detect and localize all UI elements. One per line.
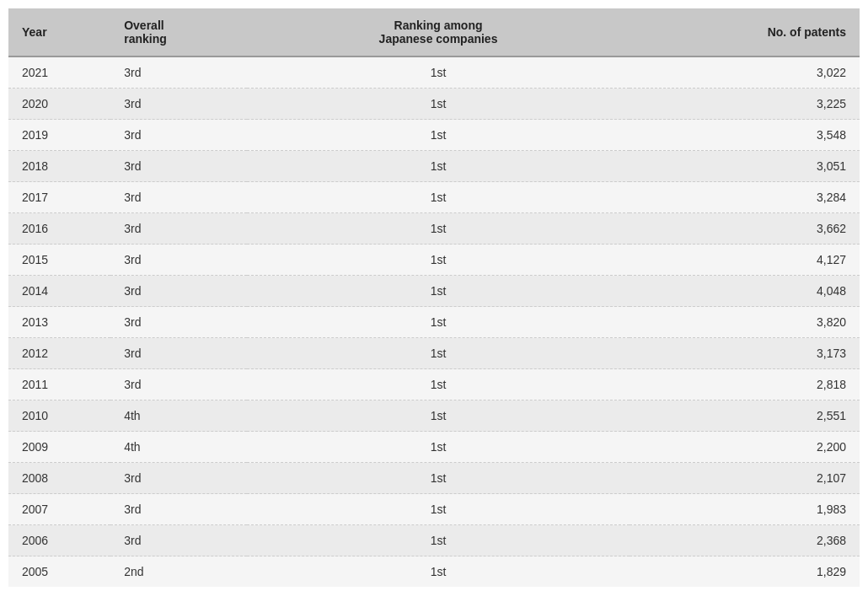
cell-ranking: 1st	[247, 151, 630, 182]
cell-overall: 2nd	[110, 556, 247, 588]
cell-ranking: 1st	[247, 56, 630, 89]
table-row: 20052nd1st1,829	[8, 556, 860, 588]
cell-year: 2005	[8, 556, 110, 588]
cell-ranking: 1st	[247, 276, 630, 307]
cell-overall: 3rd	[110, 213, 247, 245]
cell-ranking: 1st	[247, 525, 630, 556]
cell-overall: 3rd	[110, 338, 247, 369]
cell-ranking: 1st	[247, 120, 630, 151]
cell-overall: 3rd	[110, 56, 247, 89]
patent-table-container: Year Overallranking Ranking amongJapanes…	[8, 8, 860, 587]
table-row: 20073rd1st1,983	[8, 494, 860, 525]
cell-overall: 3rd	[110, 494, 247, 525]
cell-year: 2007	[8, 494, 110, 525]
cell-patents: 3,820	[630, 307, 860, 338]
cell-year: 2011	[8, 369, 110, 400]
cell-ranking: 1st	[247, 307, 630, 338]
cell-patents: 3,548	[630, 120, 860, 151]
cell-year: 2009	[8, 432, 110, 463]
table-row: 20094th1st2,200	[8, 432, 860, 463]
table-row: 20063rd1st2,368	[8, 525, 860, 556]
cell-ranking: 1st	[247, 182, 630, 213]
cell-patents: 2,107	[630, 463, 860, 494]
cell-year: 2016	[8, 213, 110, 245]
cell-overall: 3rd	[110, 276, 247, 307]
cell-overall: 4th	[110, 400, 247, 432]
cell-overall: 4th	[110, 432, 247, 463]
cell-year: 2015	[8, 245, 110, 276]
cell-year: 2012	[8, 338, 110, 369]
cell-patents: 2,200	[630, 432, 860, 463]
cell-year: 2008	[8, 463, 110, 494]
cell-patents: 2,551	[630, 400, 860, 432]
cell-year: 2013	[8, 307, 110, 338]
table-row: 20183rd1st3,051	[8, 151, 860, 182]
table-row: 20133rd1st3,820	[8, 307, 860, 338]
cell-ranking: 1st	[247, 213, 630, 245]
table-row: 20213rd1st3,022	[8, 56, 860, 89]
cell-overall: 3rd	[110, 89, 247, 120]
cell-ranking: 1st	[247, 89, 630, 120]
cell-ranking: 1st	[247, 338, 630, 369]
cell-overall: 3rd	[110, 463, 247, 494]
cell-overall: 3rd	[110, 182, 247, 213]
header-ranking: Ranking amongJapanese companies	[247, 8, 630, 56]
cell-patents: 3,022	[630, 56, 860, 89]
cell-ranking: 1st	[247, 369, 630, 400]
cell-overall: 3rd	[110, 151, 247, 182]
table-header-row: Year Overallranking Ranking amongJapanes…	[8, 8, 860, 56]
cell-ranking: 1st	[247, 494, 630, 525]
cell-patents: 1,829	[630, 556, 860, 588]
cell-year: 2021	[8, 56, 110, 89]
cell-patents: 3,173	[630, 338, 860, 369]
cell-patents: 3,051	[630, 151, 860, 182]
cell-patents: 4,048	[630, 276, 860, 307]
table-row: 20153rd1st4,127	[8, 245, 860, 276]
header-year: Year	[8, 8, 110, 56]
cell-overall: 3rd	[110, 307, 247, 338]
cell-year: 2018	[8, 151, 110, 182]
cell-patents: 4,127	[630, 245, 860, 276]
table-row: 20193rd1st3,548	[8, 120, 860, 151]
cell-year: 2019	[8, 120, 110, 151]
patent-table: Year Overallranking Ranking amongJapanes…	[8, 8, 860, 587]
cell-patents: 2,368	[630, 525, 860, 556]
cell-patents: 3,225	[630, 89, 860, 120]
cell-year: 2017	[8, 182, 110, 213]
cell-ranking: 1st	[247, 463, 630, 494]
cell-year: 2014	[8, 276, 110, 307]
cell-patents: 3,284	[630, 182, 860, 213]
cell-patents: 1,983	[630, 494, 860, 525]
cell-overall: 3rd	[110, 369, 247, 400]
cell-patents: 2,818	[630, 369, 860, 400]
header-overall: Overallranking	[110, 8, 247, 56]
table-row: 20104th1st2,551	[8, 400, 860, 432]
cell-year: 2020	[8, 89, 110, 120]
cell-ranking: 1st	[247, 556, 630, 588]
cell-overall: 3rd	[110, 120, 247, 151]
table-row: 20173rd1st3,284	[8, 182, 860, 213]
table-row: 20113rd1st2,818	[8, 369, 860, 400]
cell-overall: 3rd	[110, 525, 247, 556]
table-row: 20123rd1st3,173	[8, 338, 860, 369]
table-row: 20203rd1st3,225	[8, 89, 860, 120]
cell-overall: 3rd	[110, 245, 247, 276]
table-row: 20083rd1st2,107	[8, 463, 860, 494]
cell-patents: 3,662	[630, 213, 860, 245]
cell-year: 2010	[8, 400, 110, 432]
table-row: 20143rd1st4,048	[8, 276, 860, 307]
header-patents: No. of patents	[630, 8, 860, 56]
table-row: 20163rd1st3,662	[8, 213, 860, 245]
cell-year: 2006	[8, 525, 110, 556]
cell-ranking: 1st	[247, 400, 630, 432]
cell-ranking: 1st	[247, 432, 630, 463]
cell-ranking: 1st	[247, 245, 630, 276]
